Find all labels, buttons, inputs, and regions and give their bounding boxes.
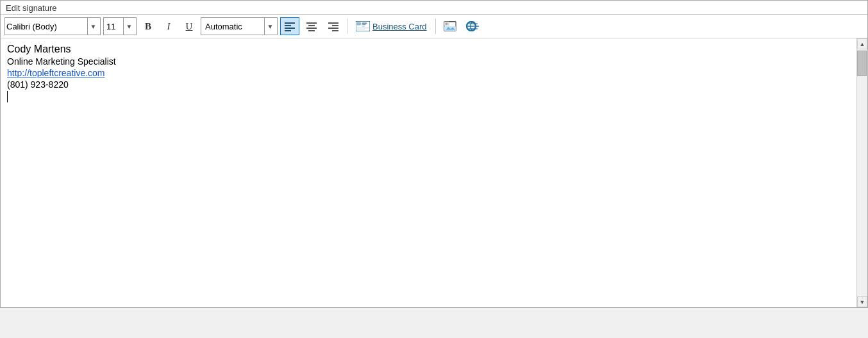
font-size-value: 11 bbox=[105, 22, 123, 31]
svg-rect-4 bbox=[306, 22, 317, 24]
font-color-dropdown[interactable]: Automatic ▼ bbox=[201, 17, 278, 35]
svg-rect-11 bbox=[332, 30, 338, 31]
editor-body: Cody Martens Online Marketing Specialist… bbox=[1, 38, 867, 307]
font-color-value: Automatic bbox=[203, 22, 264, 31]
align-center-icon bbox=[306, 21, 317, 31]
svg-point-23 bbox=[445, 23, 447, 26]
title-bar: Edit signature bbox=[1, 1, 867, 15]
scroll-thumb[interactable] bbox=[857, 51, 867, 76]
underline-button[interactable]: U bbox=[180, 17, 198, 35]
svg-rect-16 bbox=[362, 26, 365, 26]
svg-rect-5 bbox=[308, 25, 315, 26]
signature-phone: (801) 923-8220 bbox=[7, 79, 850, 90]
insert-image-icon bbox=[444, 20, 456, 32]
insert-image-button[interactable] bbox=[440, 17, 460, 35]
signature-name: Cody Martens bbox=[7, 44, 850, 55]
insert-hyperlink-button[interactable] bbox=[463, 17, 483, 35]
scroll-track[interactable] bbox=[857, 49, 867, 296]
svg-rect-7 bbox=[308, 30, 315, 31]
svg-rect-0 bbox=[285, 22, 295, 24]
svg-rect-9 bbox=[332, 25, 338, 26]
svg-rect-6 bbox=[306, 28, 317, 29]
cursor-line bbox=[7, 91, 850, 102]
align-left-button[interactable] bbox=[280, 17, 299, 35]
insert-hyperlink-icon bbox=[466, 20, 480, 32]
scroll-up-arrow[interactable]: ▲ bbox=[857, 38, 867, 49]
business-card-label: Business Card bbox=[372, 22, 427, 31]
editor-container: Edit signature Calibri (Body) ▼ 11 ▼ B I… bbox=[0, 0, 868, 308]
svg-rect-10 bbox=[328, 28, 338, 29]
svg-rect-1 bbox=[285, 25, 291, 26]
editor-title: Edit signature bbox=[6, 3, 57, 13]
scrollbar[interactable]: ▲ ▼ bbox=[856, 38, 867, 307]
svg-rect-3 bbox=[285, 30, 291, 31]
font-color-arrow[interactable]: ▼ bbox=[264, 18, 276, 35]
toolbar: Calibri (Body) ▼ 11 ▼ B I U Automatic ▼ bbox=[1, 15, 867, 38]
font-size-dropdown[interactable]: 11 ▼ bbox=[103, 17, 137, 35]
separator-1 bbox=[347, 19, 347, 34]
business-card-icon bbox=[356, 21, 370, 31]
align-right-icon bbox=[328, 21, 339, 31]
align-right-button[interactable] bbox=[324, 17, 343, 35]
text-cursor bbox=[7, 91, 8, 102]
svg-rect-13 bbox=[357, 22, 361, 26]
align-left-icon bbox=[284, 21, 296, 31]
svg-rect-14 bbox=[362, 23, 367, 24]
align-center-button[interactable] bbox=[302, 17, 321, 35]
svg-rect-15 bbox=[362, 24, 365, 25]
business-card-button[interactable]: Business Card bbox=[351, 17, 431, 35]
bold-button[interactable]: B bbox=[139, 17, 157, 35]
editor-content[interactable]: Cody Martens Online Marketing Specialist… bbox=[1, 38, 856, 307]
italic-button[interactable]: I bbox=[160, 17, 178, 35]
separator-2 bbox=[435, 19, 436, 34]
svg-rect-17 bbox=[357, 28, 369, 28]
svg-rect-2 bbox=[285, 28, 295, 29]
signature-url[interactable]: http://topleftcreative.com bbox=[7, 68, 850, 78]
svg-rect-8 bbox=[328, 22, 338, 24]
svg-rect-18 bbox=[357, 29, 365, 29]
font-name-arrow[interactable]: ▼ bbox=[87, 18, 99, 35]
signature-title: Online Marketing Specialist bbox=[7, 56, 850, 67]
font-name-value: Calibri (Body) bbox=[6, 22, 87, 31]
scroll-down-arrow[interactable]: ▼ bbox=[857, 296, 867, 307]
font-size-arrow[interactable]: ▼ bbox=[123, 18, 135, 35]
font-name-dropdown[interactable]: Calibri (Body) ▼ bbox=[4, 17, 101, 35]
